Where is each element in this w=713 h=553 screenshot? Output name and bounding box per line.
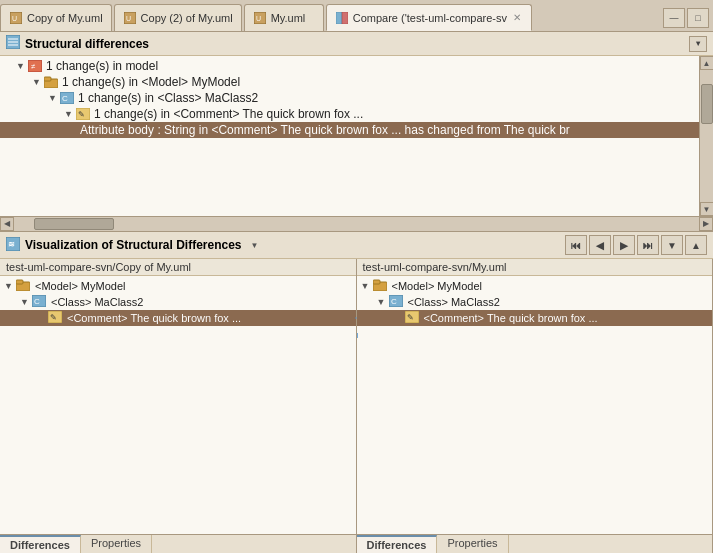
right-comment-icon-2: ✎	[405, 311, 419, 325]
expand-arrow-1[interactable]: ▼	[32, 77, 42, 87]
folder-icon-1	[44, 75, 58, 89]
tree-row-4[interactable]: Attribute body : String in <Comment> The…	[0, 122, 699, 138]
right-class-icon-1: C	[389, 295, 403, 309]
main-content: Structural differences ▾ ▼ ≠ 1 change(s)…	[0, 32, 713, 553]
svg-text:≋: ≋	[8, 240, 15, 249]
tree-row-3[interactable]: ▼ ✎ 1 change(s) in <Comment> The quick b…	[0, 106, 699, 122]
right-tree-text-0: <Model> MyModel	[392, 280, 483, 292]
svg-text:C: C	[62, 94, 68, 103]
right-tree-text-2: <Comment> The quick brown fox ...	[424, 312, 598, 324]
scroll-left-btn[interactable]: ◀	[0, 217, 14, 231]
right-pane-tabs: Differences Properties	[357, 534, 713, 553]
right-tab-properties[interactable]: Properties	[437, 535, 508, 553]
left-tree-row-0[interactable]: ▼ <Model> MyModel	[0, 278, 356, 294]
expand-arrow-0[interactable]: ▼	[16, 61, 26, 71]
compare-icon	[335, 11, 349, 25]
nav-down-button[interactable]: ▼	[661, 235, 683, 255]
left-tab-properties[interactable]: Properties	[81, 535, 152, 553]
left-pane-tree: ▼ <Model> MyModel ▼ C <Class> MaClass2	[0, 276, 356, 534]
tab-label: Copy (2) of My.uml	[141, 12, 233, 24]
nav-next-button[interactable]: ▶	[613, 235, 635, 255]
svg-text:✎: ✎	[50, 313, 57, 322]
tree-row-text-0: 1 change(s) in model	[46, 59, 158, 73]
scroll-up-btn[interactable]: ▲	[700, 56, 714, 70]
right-tree-row-0[interactable]: ▼ <Model> MyModel	[357, 278, 713, 294]
left-tree-text-2: <Comment> The quick brown fox ...	[67, 312, 241, 324]
nav-prev-button[interactable]: ◀	[589, 235, 611, 255]
nav-up-button[interactable]: ▲	[685, 235, 707, 255]
struct-panel-title: Structural differences	[25, 37, 149, 51]
svg-rect-23	[16, 280, 23, 284]
split-view: test-uml-compare-svn/Copy of My.uml ▼ <M…	[0, 259, 713, 553]
svg-rect-30	[373, 280, 380, 284]
left-tree-text-1: <Class> MaClass2	[51, 296, 143, 308]
right-pane-tree: ▼ <Model> MyModel ▼ C <Class> MaClass2	[357, 276, 713, 534]
left-pane-path: test-uml-compare-svn/Copy of My.uml	[0, 259, 356, 276]
scroll-down-btn[interactable]: ▼	[700, 202, 714, 216]
tree-row-text-3: 1 change(s) in <Comment> The quick brown…	[94, 107, 363, 121]
vis-dropdown-arrow[interactable]: ▼	[251, 241, 259, 250]
tab-copy2-my-uml[interactable]: U Copy (2) of My.uml	[114, 4, 242, 31]
left-comment-icon-2: ✎	[48, 311, 62, 325]
left-folder-icon-0	[16, 279, 30, 293]
right-pane-path: test-uml-compare-svn/My.uml	[357, 259, 713, 276]
struct-tree-content: ▼ ≠ 1 change(s) in model ▼ 1 change(s) i…	[0, 56, 699, 216]
right-tab-differences[interactable]: Differences	[357, 535, 438, 553]
svg-rect-6	[336, 12, 342, 24]
struct-scrollbar-v[interactable]: ▲ ▼	[699, 56, 713, 216]
tree-row-2[interactable]: ▼ C 1 change(s) in <Class> MaClass2	[0, 90, 699, 106]
expand-arrow-3[interactable]: ▼	[64, 109, 74, 119]
window-minimize-button[interactable]: —	[663, 8, 685, 28]
vis-toolbar: ⏮ ◀ ▶ ⏭ ▼ ▲	[565, 235, 707, 255]
svg-text:✎: ✎	[78, 110, 85, 119]
struct-panel-menu-button[interactable]: ▾	[689, 36, 707, 52]
left-expand-0[interactable]: ▼	[4, 281, 14, 291]
tree-row-text-4: Attribute body : String in <Comment> The…	[80, 123, 570, 137]
right-tree-text-1: <Class> MaClass2	[408, 296, 500, 308]
right-expand-1[interactable]: ▼	[377, 297, 387, 307]
tab-close-icon[interactable]: ✕	[511, 11, 523, 24]
tab-label: Compare ('test-uml-compare-sv	[353, 12, 507, 24]
tree-row-text-1: 1 change(s) in <Model> MyModel	[62, 75, 240, 89]
left-pane-tabs: Differences Properties	[0, 534, 356, 553]
nav-last-button[interactable]: ⏭	[637, 235, 659, 255]
left-pane: test-uml-compare-svn/Copy of My.uml ▼ <M…	[0, 259, 357, 553]
tab-copy-my-uml[interactable]: U Copy of My.uml	[0, 4, 112, 31]
window-restore-button[interactable]: □	[687, 8, 709, 28]
struct-icon	[6, 35, 20, 52]
uml-icon: U	[9, 11, 23, 25]
tree-row-text-2: 1 change(s) in <Class> MaClass2	[78, 91, 258, 105]
scroll-h-thumb[interactable]	[34, 218, 114, 230]
diff-icon-3: ✎	[76, 107, 90, 121]
tab-label: My.uml	[271, 12, 306, 24]
tree-row-1[interactable]: ▼ 1 change(s) in <Model> MyModel	[0, 74, 699, 90]
right-tree-row-1[interactable]: ▼ C <Class> MaClass2	[357, 294, 713, 310]
diff-icon-2: C	[60, 91, 74, 105]
svg-text:≠: ≠	[31, 62, 36, 71]
app-window: U Copy of My.uml U Copy (2) of My.uml U …	[0, 0, 713, 553]
left-tree-row-1[interactable]: ▼ C <Class> MaClass2	[0, 294, 356, 310]
svg-text:✎: ✎	[407, 313, 414, 322]
right-pane: test-uml-compare-svn/My.uml ▼ <Model> My…	[357, 259, 714, 553]
left-tree-row-2[interactable]: ✎ <Comment> The quick brown fox ...	[0, 310, 356, 326]
left-class-icon-1: C	[32, 295, 46, 309]
right-expand-0[interactable]: ▼	[361, 281, 371, 291]
svg-text:U: U	[126, 15, 131, 22]
scroll-right-btn[interactable]: ▶	[699, 217, 713, 231]
vis-icon: ≋	[6, 237, 20, 254]
svg-text:U: U	[12, 15, 17, 22]
structural-differences-panel: Structural differences ▾ ▼ ≠ 1 change(s)…	[0, 32, 713, 232]
struct-tree-area: ▼ ≠ 1 change(s) in model ▼ 1 change(s) i…	[0, 56, 713, 216]
tab-my-uml[interactable]: U My.uml	[244, 4, 324, 31]
scroll-thumb[interactable]	[701, 84, 713, 124]
tree-row-0[interactable]: ▼ ≠ 1 change(s) in model	[0, 58, 699, 74]
tab-compare[interactable]: Compare ('test-uml-compare-sv ✕	[326, 4, 532, 31]
svg-text:C: C	[34, 297, 40, 306]
struct-scrollbar-h[interactable]: ◀ ▶	[0, 216, 713, 230]
left-tab-differences[interactable]: Differences	[0, 535, 81, 553]
expand-arrow-2[interactable]: ▼	[48, 93, 58, 103]
left-expand-1[interactable]: ▼	[20, 297, 30, 307]
right-tree-row-2[interactable]: ✎ <Comment> The quick brown fox ...	[357, 310, 713, 326]
nav-first-button[interactable]: ⏮	[565, 235, 587, 255]
uml-icon-3: U	[253, 11, 267, 25]
